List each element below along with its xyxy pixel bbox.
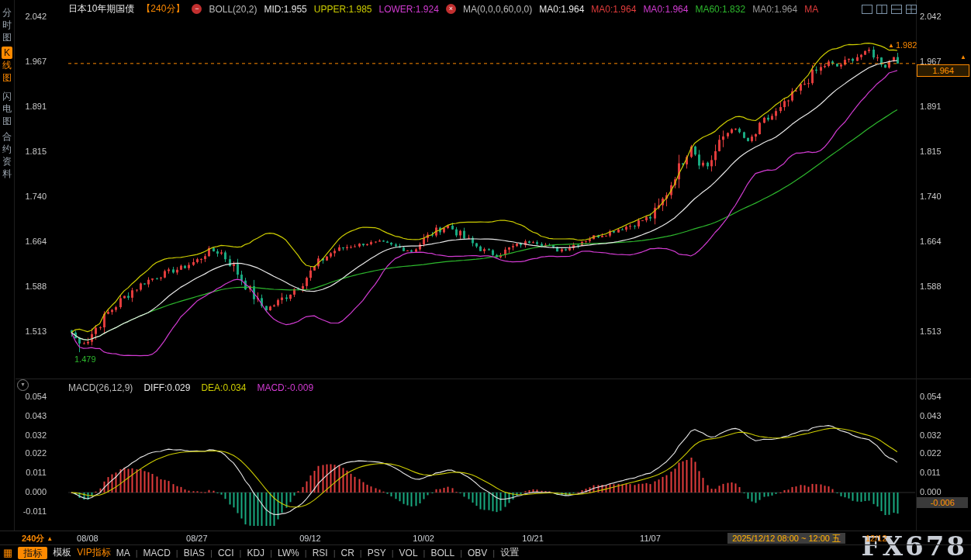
macd-bar-value: MACD:-0.009 [257, 382, 313, 393]
period-arrow-icon: ▲ [47, 535, 53, 542]
toolbar-separator: | [392, 548, 394, 558]
layout-split-vertical-icon[interactable] [876, 3, 887, 12]
axis-tick-label: 1.815 [25, 147, 47, 156]
ma-value: MA0:1.964 [591, 4, 636, 15]
axis-tick-label: 1.588 [920, 282, 942, 291]
ma-value: MA0:1.964 [539, 4, 584, 15]
axis-tick-label: 0.022 [25, 448, 47, 458]
axis-tick-label: 0.054 [25, 392, 47, 401]
price-chart-canvas[interactable] [0, 0, 971, 560]
toolbar-item-kdj[interactable]: KDJ [247, 548, 264, 558]
axis-tick-label: 1.664 [25, 237, 47, 246]
chart-application: 分时图K线图闪电图合约资料 日本10年期国债 【240分】 − BOLL(20,… [0, 0, 971, 560]
macd-pane-header: MACD(26,12,9) DIFF:0.029 DEA:0.034 MACD:… [68, 382, 313, 393]
pane-collapse-icon[interactable]: ▾ [17, 379, 29, 391]
toolbar-tab-templates[interactable]: 模板 [53, 546, 71, 559]
axis-tick-label: 0.032 [920, 430, 942, 440]
toolbar-item-boll[interactable]: BOLL [430, 548, 454, 558]
axis-tick-label: 0.022 [920, 448, 942, 458]
current-macd-badge: -0.006 [917, 497, 968, 508]
axis-tick-label: 1.967 [25, 57, 47, 66]
time-axis-row: 240分 ▲ 08/0808/2709/1210/0210/2111/07 20… [0, 531, 971, 545]
layout-split-horizontal-icon[interactable] [891, 3, 902, 12]
time-tick-label: 09/12 [299, 534, 321, 543]
indicator-close-icon[interactable]: × [446, 4, 456, 14]
macd-title: MACD(26,12,9) [68, 382, 133, 393]
session-high-label: ▲ 1.982 [888, 40, 917, 50]
boll-upper-value: UPPER:1.985 [314, 4, 372, 15]
toolbar-tab-vip-indicators[interactable]: VIP指标 [77, 546, 110, 559]
toolbar-separator: | [240, 548, 242, 558]
session-high-value: 1.982 [896, 40, 917, 50]
toolbar-item-settings[interactable]: 设置 [500, 546, 519, 559]
price-axis-left: 2.0421.9671.8911.8151.7401.6641.5881.513… [0, 0, 47, 531]
layout-grid-icon[interactable] [906, 3, 917, 12]
toolbar-separator: | [176, 548, 178, 558]
boll-label: BOLL(20,2) [209, 4, 257, 15]
time-tick-label: 08/27 [186, 534, 208, 543]
toolbar-separator: | [492, 548, 495, 558]
axis-tick-label: 1.740 [920, 192, 942, 201]
axis-tick-label: 0.032 [25, 430, 47, 440]
axis-tick-label: 1.891 [920, 102, 942, 111]
axis-tick-label: 1.588 [25, 282, 47, 291]
axis-tick-label: 1.513 [25, 327, 47, 336]
axis-tick-label: 2.042 [25, 12, 47, 21]
axis-tick-label: 1.740 [25, 192, 47, 201]
boll-lower-value: LOWER:1.924 [379, 4, 439, 15]
ma-value: MA0:1.964 [752, 4, 797, 15]
toolbar-item-cci[interactable]: CCI [218, 548, 234, 558]
toolbar-separator: | [136, 548, 138, 558]
indicator-menu-icon[interactable]: ▦ [3, 548, 12, 558]
last-date-label: 12/12 [866, 534, 887, 543]
toolbar-item-rsi[interactable]: RSI [313, 548, 328, 558]
window-layout-icons [862, 3, 917, 12]
indicator-remove-icon[interactable]: − [192, 4, 202, 14]
time-tick-label: 08/08 [77, 534, 98, 543]
macd-diff-value: DIFF:0.029 [143, 382, 190, 393]
chart-header: 日本10年期国债 【240分】 − BOLL(20,2) MID:1.955 U… [68, 2, 818, 16]
toolbar-separator: | [460, 548, 462, 558]
axis-tick-label: 0.043 [25, 411, 47, 420]
time-tick-label: 10/02 [413, 534, 434, 543]
boll-mid-value: MID:1.955 [264, 4, 306, 15]
toolbar-separator: | [360, 548, 362, 558]
toolbar-item-vol[interactable]: VOL [399, 548, 418, 558]
axis-tick-label: 0.000 [920, 487, 942, 496]
ma-value: MA0:1.964 [643, 4, 688, 15]
time-tick-label: 11/07 [640, 534, 661, 543]
session-low-label: 1.479 [74, 354, 96, 364]
axis-tick-label: 1.513 [920, 327, 942, 336]
instrument-name: 日本10年期国债 [68, 2, 134, 16]
layout-single-icon[interactable] [862, 3, 873, 12]
axis-tick-label: 0.054 [920, 392, 942, 401]
ma-label: MA(0,0,0,60,0,0) [463, 4, 532, 15]
macd-dea-value: DEA:0.034 [201, 382, 246, 393]
toolbar-item-bias[interactable]: BIAS [184, 548, 205, 558]
price-axis-right: 2.0421.9671.8911.8151.7401.6641.5881.513… [918, 0, 969, 531]
axis-tick-label: 0.011 [26, 468, 47, 477]
axis-tick-label: 2.042 [920, 12, 942, 21]
toolbar-item-ma[interactable]: MA [116, 548, 130, 558]
period-badge[interactable]: 【240分】 [141, 2, 185, 16]
toolbar-item-macd[interactable]: MACD [143, 548, 171, 558]
axis-tick-label: -0.011 [23, 506, 47, 516]
toolbar-item-lwr[interactable]: LW% [278, 548, 299, 558]
axis-tick-label: 0.043 [920, 411, 942, 420]
toolbar-separator: | [333, 548, 336, 558]
ma-value: MA [804, 4, 818, 15]
period-selector[interactable]: 240分 ▲ [22, 533, 53, 544]
toolbar-item-obv[interactable]: OBV [468, 548, 487, 558]
axis-tick-label: 0.000 [25, 487, 47, 496]
current-price-badge: 1.964 [917, 64, 969, 77]
toolbar-tab-indicators[interactable]: 指标 [18, 547, 47, 559]
axis-tick-label: 1.815 [920, 147, 942, 156]
toolbar-item-psy[interactable]: PSY [368, 548, 386, 558]
price-line-arrow-icon: ▲ [960, 54, 966, 60]
ma-values: MA0:1.964MA0:1.964MA0:1.964MA60:1.832MA0… [539, 4, 818, 15]
toolbar-item-cr[interactable]: CR [341, 548, 354, 558]
ma-value: MA60:1.832 [695, 4, 745, 15]
toolbar-separator: | [210, 548, 213, 558]
axis-tick-label: 1.891 [25, 102, 47, 111]
toolbar-separator: | [270, 548, 272, 558]
